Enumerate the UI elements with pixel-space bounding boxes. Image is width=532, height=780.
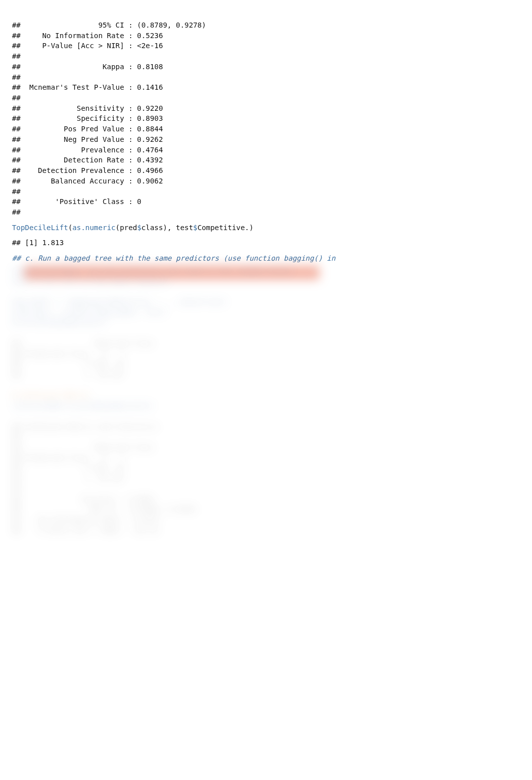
stat-nir: ## No Information Rate : 0.5236	[12, 32, 163, 40]
blur-line-21: ## 0 146 24	[12, 464, 124, 472]
stat-mcnemar: ## Mcnemar's Test P-Value : 0.1416	[12, 83, 163, 91]
blur-line-3: have a fit lift in the data? Explain.	[12, 277, 171, 285]
blur-line-10: ## Predicted Class 0 1	[12, 350, 124, 358]
stat-specificity: ## Specificity : 0.8903	[12, 114, 163, 122]
stat-blank5: ##	[12, 208, 25, 216]
stat-blank3: ##	[12, 94, 25, 102]
stat-detection-rate: ## Detection Rate : 0.4392	[12, 156, 163, 164]
out1: ## [1] 1.813	[12, 239, 64, 247]
blur-line-17: ## Confusion Matrix and Statistics	[12, 423, 159, 431]
blur-line-15: confusionMatrix(pred$summarytest)	[12, 402, 154, 410]
stat-sensitivity: ## Sensitivity : 0.9220	[12, 104, 163, 112]
code-topdecilelift: TopDecileLift(as.numeric(pred$class), te…	[12, 223, 520, 233]
stat-pos-pred: ## Pos Pred Value : 0.8844	[12, 125, 163, 133]
comment-text: ## c. Run a bagged tree with the same pr…	[12, 254, 336, 262]
stat-blank1: ##	[12, 52, 25, 60]
blur-line-14: # Confusion Matrix	[12, 391, 90, 399]
fn-asnumeric: as.numeric	[73, 224, 116, 232]
output-topdecilelift: ## [1] 1.813	[12, 238, 520, 248]
stat-ci: ## 95% CI : (0.8789, 0.9278)	[12, 21, 206, 29]
dollar2: $	[193, 224, 198, 232]
stat-neg-pred: ## Neg Pred Value : 0.9262	[12, 135, 163, 143]
stat-blank2: ##	[12, 73, 25, 81]
blur-line-19: ## Observed Class	[12, 443, 154, 451]
blur-line-18: ##	[12, 433, 21, 441]
stat-prevalence: ## Prevalence : 0.4764	[12, 146, 163, 154]
comment-part-c: ## c. Run a bagged tree with the same pr…	[12, 253, 520, 264]
blur-line-22: ## 1 38 187	[12, 474, 124, 482]
blur-line-23: ##	[12, 485, 21, 493]
code-seg1: (pred	[116, 224, 137, 232]
stat-balanced-acc: ## Balanced Accuracy : 0.9062	[12, 177, 163, 185]
dollar1: $	[137, 224, 142, 232]
stat-pvalue: ## P-Value [Acc > NIR] : <2e-16	[12, 42, 163, 50]
blur-line-11: ## 0 146 24	[12, 360, 124, 368]
stat-blank4: ##	[12, 187, 25, 196]
code-seg3: Competitive.)	[197, 224, 253, 232]
blur-line-27: ## P-Value [Acc > NIR] : <2e-16	[12, 526, 159, 534]
blur-line-24: ## Accuracy : 0.8901	[12, 495, 154, 503]
blur-line-5: bag_model <- bagging(Competitive. ~ ., d…	[12, 298, 227, 306]
blur-line-12: ## 1 38 187	[12, 370, 124, 378]
blur-line-26: ## No Information Rate : 0.5270	[12, 516, 159, 524]
code-seg2: class), test	[141, 224, 193, 232]
paren-open: (	[68, 224, 73, 232]
stat-detection-prev: ## Detection Prevalence : 0.4966	[12, 166, 163, 174]
blur-line-20: ## Predicted Class 0 1	[12, 454, 124, 462]
console-output: ## 95% CI : (0.8789, 0.9278) ## No Infor…	[12, 20, 520, 218]
stat-positive-class: ## 'Positive' Class : 0	[12, 198, 141, 206]
blur-line-7: print(predSummarytest)	[12, 318, 107, 326]
blur-line-25: ## 95% CI : (0.8640, 0.9190)	[12, 505, 197, 513]
blur-line-9: ## Observed Class	[12, 339, 154, 347]
fn-topdecilelift: TopDecileLift	[12, 224, 68, 232]
blur-line-6: pred_bag <- predict(bag_model, test)	[12, 308, 167, 316]
stat-kappa: ## Kappa : 0.8108	[12, 63, 163, 71]
blurred-preview: bagging package). Do the predictors you …	[12, 266, 520, 587]
blur-line-2: bagging package). Do the predictors you …	[12, 267, 292, 275]
